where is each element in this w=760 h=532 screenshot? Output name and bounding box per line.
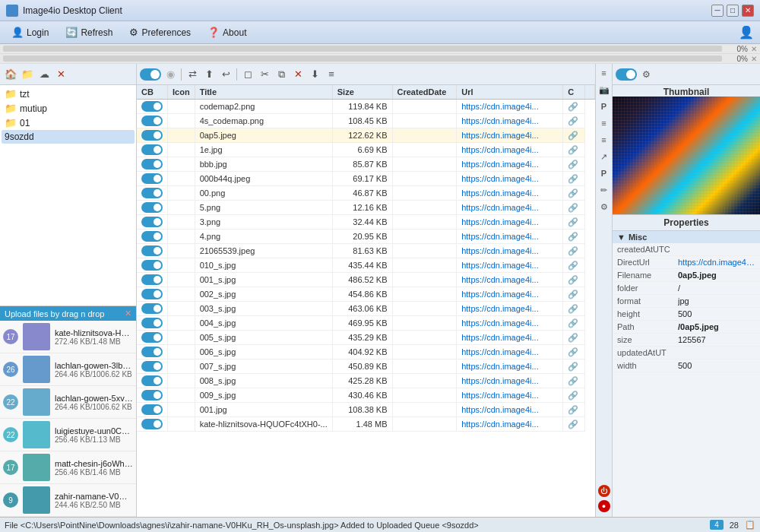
row-toggle-3[interactable] (141, 144, 163, 155)
cell-cb-19[interactable] (137, 374, 168, 388)
preferences-button[interactable]: ⚙ Preferences (121, 23, 199, 42)
cell-link-15[interactable]: 🔗 (563, 316, 585, 331)
progress-close-1[interactable]: ✕ (751, 45, 757, 53)
row-toggle-10[interactable] (141, 245, 163, 256)
link-icon-19[interactable]: 🔗 (568, 376, 578, 385)
row-toggle-17[interactable] (141, 347, 163, 357)
link-icon-10[interactable]: 🔗 (568, 246, 578, 255)
file-toggle[interactable] (140, 68, 161, 81)
login-button[interactable]: 👤 Login (3, 23, 57, 42)
cell-link-14[interactable]: 🔗 (563, 302, 585, 316)
cell-link-2[interactable]: 🔗 (563, 128, 585, 143)
cell-cb-9[interactable] (137, 230, 168, 244)
ft-btn-upload[interactable]: ⬆ (201, 67, 217, 82)
table-row[interactable]: 009_s.jpg 430.46 KB https://cdn.image4i.… (137, 388, 595, 403)
tree-item-01[interactable]: 📁 01 (2, 116, 135, 130)
table-row[interactable]: bbb.jpg 85.87 KB https://cdn.image4i... … (137, 157, 595, 172)
sidebar-cloud-button[interactable]: ☁ (36, 67, 52, 82)
cell-cb-2[interactable] (137, 128, 168, 143)
row-toggle-11[interactable] (141, 260, 163, 271)
table-row[interactable]: 000b44q.jpeg 69.17 KB https://cdn.image4… (137, 172, 595, 186)
row-toggle-12[interactable] (141, 274, 163, 285)
table-row[interactable]: 001_s.jpg 486.52 KB https://cdn.image4i.… (137, 273, 595, 287)
it-btn-4[interactable]: ≡ (597, 116, 612, 131)
row-toggle-15[interactable] (141, 318, 163, 328)
cell-cb-10[interactable] (137, 244, 168, 258)
row-toggle-20[interactable] (141, 390, 163, 401)
cell-link-6[interactable]: 🔗 (563, 186, 585, 201)
row-toggle-22[interactable] (141, 419, 163, 429)
it-btn-3[interactable]: P (597, 99, 612, 114)
col-header-size[interactable]: Size (332, 85, 392, 100)
it-btn-red-2[interactable]: ● (598, 500, 610, 512)
link-icon-3[interactable]: 🔗 (568, 145, 578, 154)
cell-link-22[interactable]: 🔗 (563, 417, 585, 432)
link-icon-5[interactable]: 🔗 (568, 174, 578, 183)
it-btn-1[interactable]: ≡ (597, 65, 612, 81)
row-toggle-5[interactable] (141, 173, 163, 184)
link-icon-14[interactable]: 🔗 (568, 304, 578, 313)
sidebar-delete-button[interactable]: ✕ (53, 67, 68, 82)
table-row[interactable]: 001.jpg 108.38 KB https://cdn.image4i...… (137, 403, 595, 417)
table-row[interactable]: 21065539.jpeg 81.63 KB https://cdn.image… (137, 244, 595, 258)
row-toggle-4[interactable] (141, 159, 163, 169)
close-button[interactable]: ✕ (742, 5, 754, 17)
cell-cb-15[interactable] (137, 316, 168, 331)
ft-btn-refresh[interactable]: ⇄ (185, 67, 200, 82)
sidebar-home-button[interactable]: 🏠 (3, 67, 18, 82)
row-toggle-8[interactable] (141, 217, 163, 227)
table-row[interactable]: 4s_codemap.png 108.45 KB https://cdn.ima… (137, 114, 595, 128)
table-row[interactable]: codemap2.png 119.84 KB https://cdn.image… (137, 100, 595, 114)
table-row[interactable]: 006_s.jpg 404.92 KB https://cdn.image4i.… (137, 345, 595, 359)
cell-cb-8[interactable] (137, 215, 168, 230)
row-toggle-6[interactable] (141, 188, 163, 198)
tree-item-9sozdd[interactable]: 9sozdd (2, 130, 135, 144)
table-row[interactable]: 1e.jpg 6.69 KB https://cdn.image4i... 🔗 (137, 143, 595, 157)
cell-cb-5[interactable] (137, 172, 168, 186)
table-row[interactable]: 0ap5.jpeg 122.62 KB https://cdn.image4i.… (137, 128, 595, 143)
cell-cb-12[interactable] (137, 273, 168, 287)
row-toggle-13[interactable] (141, 289, 163, 299)
link-icon-16[interactable]: 🔗 (568, 333, 578, 342)
cell-link-1[interactable]: 🔗 (563, 114, 585, 128)
upload-queue-close[interactable]: ✕ (125, 309, 131, 318)
link-icon-13[interactable]: 🔗 (568, 290, 578, 299)
it-btn-5[interactable]: ≡ (597, 132, 612, 147)
table-row[interactable]: 5.png 12.16 KB https://cdn.image4i... 🔗 (137, 201, 595, 215)
cell-link-13[interactable]: 🔗 (563, 287, 585, 302)
cell-link-11[interactable]: 🔗 (563, 258, 585, 273)
cell-link-19[interactable]: 🔗 (563, 374, 585, 388)
cell-cb-1[interactable] (137, 114, 168, 128)
link-icon-20[interactable]: 🔗 (568, 391, 578, 400)
cell-cb-0[interactable] (137, 100, 168, 114)
link-icon-17[interactable]: 🔗 (568, 347, 578, 356)
ft-btn-copy[interactable]: ⧉ (274, 67, 289, 82)
link-icon-22[interactable]: 🔗 (568, 420, 578, 429)
cell-link-12[interactable]: 🔗 (563, 273, 585, 287)
cell-cb-11[interactable] (137, 258, 168, 273)
it-btn-2[interactable]: 📷 (597, 82, 612, 97)
cell-cb-16[interactable] (137, 331, 168, 345)
table-row[interactable]: 010_s.jpg 435.44 KB https://cdn.image4i.… (137, 258, 595, 273)
table-row[interactable]: 00.png 46.87 KB https://cdn.image4i... 🔗 (137, 186, 595, 201)
user-icon-button[interactable]: 👤 (739, 25, 754, 40)
cell-link-4[interactable]: 🔗 (563, 157, 585, 172)
rt-settings-button[interactable]: ⚙ (638, 67, 654, 82)
rt-toggle[interactable] (616, 68, 637, 81)
cell-link-5[interactable]: 🔗 (563, 172, 585, 186)
link-icon-0[interactable]: 🔗 (568, 102, 578, 111)
row-toggle-9[interactable] (141, 231, 163, 242)
table-row[interactable]: 4.png 20.95 KB https://cdn.image4i... 🔗 (137, 230, 595, 244)
link-icon-4[interactable]: 🔗 (568, 160, 578, 169)
row-toggle-16[interactable] (141, 332, 163, 343)
link-icon-15[interactable]: 🔗 (568, 318, 578, 328)
link-icon-7[interactable]: 🔗 (568, 203, 578, 212)
ft-btn-cut[interactable]: ✂ (257, 67, 272, 82)
table-row[interactable]: 005_s.jpg 435.29 KB https://cdn.image4i.… (137, 331, 595, 345)
link-icon-2[interactable]: 🔗 (568, 131, 578, 140)
about-button[interactable]: ❓ About (199, 23, 255, 42)
cell-cb-21[interactable] (137, 403, 168, 417)
cell-cb-7[interactable] (137, 201, 168, 215)
ft-btn-download[interactable]: ⬇ (307, 67, 322, 82)
it-btn-edit[interactable]: ✏ (597, 182, 612, 198)
